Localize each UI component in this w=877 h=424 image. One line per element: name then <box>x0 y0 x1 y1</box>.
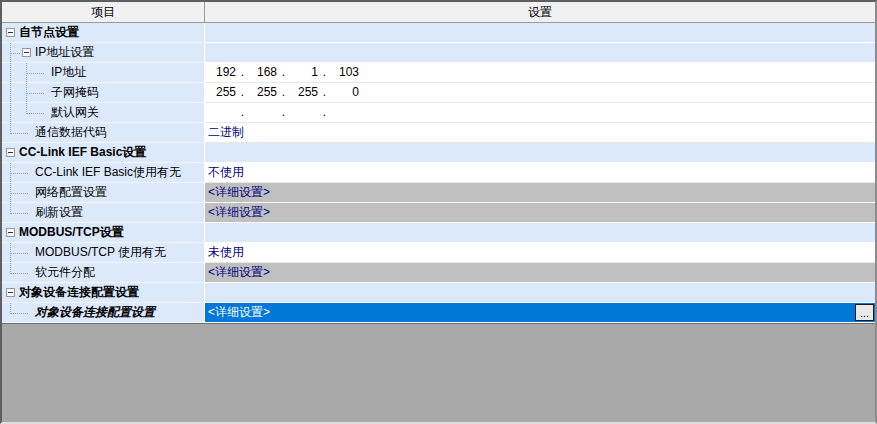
collapse-icon[interactable] <box>6 228 15 237</box>
row-label: IP地址 <box>2 63 86 82</box>
row-own-node-settings[interactable]: 自节点设置 <box>2 23 875 43</box>
row-cclink-ief-basic-use[interactable]: CC-Link IEF Basic使用有无 不使用 <box>2 163 875 183</box>
table-header-row: 项目 设置 <box>2 2 875 23</box>
ip-separator: . <box>277 83 290 102</box>
collapse-icon[interactable] <box>6 148 15 157</box>
tree-line <box>10 123 11 132</box>
tree-line <box>10 263 11 272</box>
tree-line <box>10 303 11 312</box>
ip-octet-4[interactable]: 103 <box>331 63 359 82</box>
ip-address-field[interactable]: 192.168.1.103 <box>205 63 875 83</box>
ip-separator: . <box>236 63 249 82</box>
row-value[interactable] <box>205 223 875 243</box>
row-cclink-ief-basic-settings[interactable]: CC-Link IEF Basic设置 <box>2 143 875 163</box>
settings-table: 项目 设置 自节点设置 IP地址设置 <box>2 2 875 323</box>
row-label: CC-Link IEF Basic设置 <box>2 143 146 162</box>
target-device-detail-value[interactable]: <详细设置> ... <box>205 303 875 323</box>
ip-octet-1[interactable]: 255 <box>208 83 236 102</box>
collapse-icon[interactable] <box>6 288 15 297</box>
empty-background-area <box>2 323 875 422</box>
row-label: 对象设备连接配置设置 <box>2 283 139 302</box>
tree-line <box>10 313 28 314</box>
row-label: 子网掩码 <box>2 83 99 102</box>
tree-line <box>10 63 11 82</box>
row-value[interactable] <box>205 43 875 63</box>
ip-octet-3[interactable]: 255 <box>290 83 318 102</box>
ip-octet-2[interactable]: 168 <box>249 63 277 82</box>
tree-line <box>10 193 28 194</box>
tree-line <box>10 253 28 254</box>
row-label: 默认网关 <box>2 103 99 122</box>
ip-separator: . <box>318 103 331 122</box>
ip-separator: . <box>318 83 331 102</box>
tree-line <box>26 113 44 114</box>
modbus-use-value[interactable]: 未使用 <box>205 243 875 263</box>
selected-value-text: <详细设置> <box>208 303 270 322</box>
tree-line <box>10 273 28 274</box>
row-modbus-tcp-use[interactable]: MODBUS/TCP 使用有无 未使用 <box>2 243 875 263</box>
row-network-config-settings[interactable]: 网络配置设置 <详细设置> <box>2 183 875 203</box>
tree-line <box>10 83 11 102</box>
more-options-button[interactable]: ... <box>855 304 874 321</box>
tree-line <box>26 73 44 74</box>
ip-separator: . <box>277 63 290 82</box>
ip-octet-2[interactable]: 255 <box>249 83 277 102</box>
ip-separator: . <box>318 63 331 82</box>
ip-octet-4[interactable]: 0 <box>331 83 359 102</box>
tree-line <box>10 53 20 54</box>
row-value[interactable] <box>205 143 875 163</box>
default-gateway-field[interactable]: ... <box>205 103 875 123</box>
tree-line <box>26 93 44 94</box>
row-comm-data-code[interactable]: 通信数据代码 二进制 <box>2 123 875 143</box>
tree-line <box>10 103 11 122</box>
row-target-device-connection-config-setting[interactable]: 对象设备连接配置设置 <详细设置> ... <box>2 303 875 323</box>
row-ip-address[interactable]: IP地址 192.168.1.103 <box>2 63 875 83</box>
subnet-mask-field[interactable]: 255.255.255.0 <box>205 83 875 103</box>
ip-octet-3[interactable]: 1 <box>290 63 318 82</box>
ip-separator: . <box>236 103 249 122</box>
ip-separator: . <box>236 83 249 102</box>
tree-line <box>10 213 28 214</box>
tree-line <box>10 203 11 212</box>
network-config-detail-value[interactable]: <详细设置> <box>205 183 875 203</box>
column-header-item: 项目 <box>2 2 205 23</box>
row-value[interactable] <box>205 283 875 303</box>
row-device-assignment[interactable]: 软元件分配 <详细设置> <box>2 263 875 283</box>
refresh-detail-value[interactable]: <详细设置> <box>205 203 875 223</box>
row-target-device-connection-config-section[interactable]: 对象设备连接配置设置 <box>2 283 875 303</box>
row-subnet-mask[interactable]: 子网掩码 255.255.255.0 <box>2 83 875 103</box>
comm-data-code-value[interactable]: 二进制 <box>205 123 875 143</box>
cclink-use-value[interactable]: 不使用 <box>205 163 875 183</box>
collapse-icon[interactable] <box>22 48 31 57</box>
tree-line <box>26 103 27 112</box>
tree-line <box>10 173 28 174</box>
row-default-gateway[interactable]: 默认网关 ... <box>2 103 875 123</box>
row-value[interactable] <box>205 23 875 43</box>
ip-octet-1[interactable]: 192 <box>208 63 236 82</box>
row-label: CC-Link IEF Basic使用有无 <box>2 163 181 182</box>
tree-line <box>10 133 28 134</box>
ip-separator: . <box>277 103 290 122</box>
device-assignment-detail-value[interactable]: <详细设置> <box>205 263 875 283</box>
row-modbus-tcp-settings[interactable]: MODBUS/TCP设置 <box>2 223 875 243</box>
parameter-settings-panel: 项目 设置 自节点设置 IP地址设置 <box>0 0 877 424</box>
collapse-icon[interactable] <box>6 28 15 37</box>
row-ip-address-settings[interactable]: IP地址设置 <box>2 43 875 63</box>
row-refresh-settings[interactable]: 刷新设置 <详细设置> <box>2 203 875 223</box>
column-header-setting: 设置 <box>205 2 875 23</box>
row-label: MODBUS/TCP设置 <box>2 223 124 242</box>
